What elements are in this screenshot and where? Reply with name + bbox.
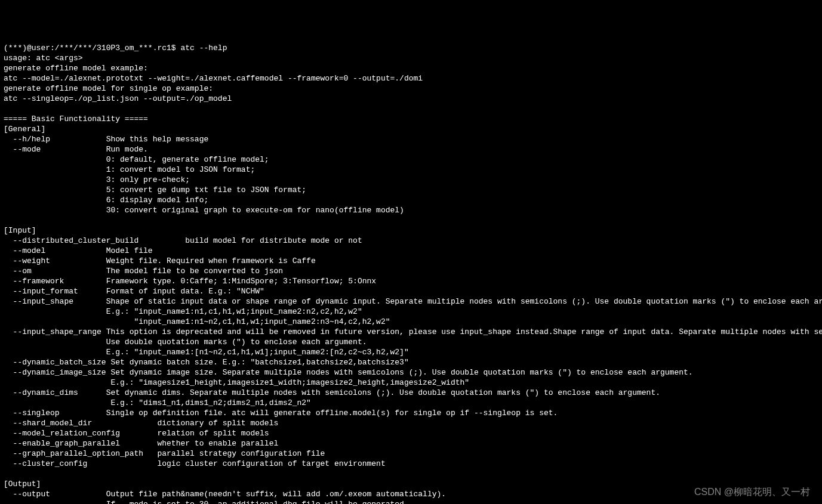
option-line: --distributed_cluster_build build model … xyxy=(4,236,362,245)
option-detail: "input_name1:n1~n2,c1,h1,w1;input_name2:… xyxy=(4,317,390,326)
option-detail: 6: display model info; xyxy=(4,196,208,205)
desc-line: generate offline model example: xyxy=(4,64,148,73)
option-line: --mode Run mode. xyxy=(4,145,148,154)
option-line: --output Output file path&name(needn't s… xyxy=(4,490,446,499)
option-detail: Use double quotation marks (") to enclos… xyxy=(4,338,367,347)
usage-line: usage: atc <args> xyxy=(4,54,83,63)
option-detail: If --mode is set to 30, an additional db… xyxy=(4,500,409,504)
terminal-output[interactable]: (***)@user:/***/***/310P3_om_***.rc1$ at… xyxy=(4,43,818,504)
example-line: atc --singleop=./op_list.json --output=.… xyxy=(4,94,232,103)
option-line: --graph_parallel_option_path parallel st… xyxy=(4,449,325,458)
option-line: --om The model file to be converted to j… xyxy=(4,267,283,276)
group-header: [General] xyxy=(4,125,45,134)
option-line: --model_relation_config relation of spli… xyxy=(4,429,269,438)
option-line: --model Model file xyxy=(4,246,153,255)
option-detail: E.g.: "input_name1:n1,c1,h1,w1;input_nam… xyxy=(4,307,362,316)
option-detail: 1: convert model to JSON format; xyxy=(4,165,255,174)
option-line: --input_shape Shape of static input data… xyxy=(4,297,822,306)
option-line: --input_shape_range This option is depre… xyxy=(4,327,822,336)
option-line: --cluster_config logic cluster configura… xyxy=(4,459,386,468)
prompt-line: (***)@user:/***/***/310P3_om_***.rc1$ at… xyxy=(4,44,227,52)
option-line: --framework Framework type. 0:Caffe; 1:M… xyxy=(4,277,376,286)
group-header: [Input] xyxy=(4,226,36,235)
option-detail: 30: convert original graph to execute-om… xyxy=(4,206,404,215)
option-detail: 5: convert ge dump txt file to JSON form… xyxy=(4,185,306,194)
desc-line: generate offline model for single op exa… xyxy=(4,84,213,93)
option-detail: 0: default, generate offline model; xyxy=(4,155,269,164)
option-detail: E.g.: "dims1_n1,dims1_n2;dims2_n1,dims2_… xyxy=(4,398,311,407)
option-line: --singleop Single op definition file. at… xyxy=(4,409,558,418)
option-line: --h/help Show this help message xyxy=(4,135,208,144)
section-header: ===== Basic Functionality ===== xyxy=(4,115,148,123)
option-detail: E.g.: "imagesize1_height,imagesize1_widt… xyxy=(4,378,469,387)
option-line: --dynamic_batch_size Set dynamic batch s… xyxy=(4,358,409,367)
option-line: --input_format Format of input data. E.g… xyxy=(4,287,264,296)
option-detail: 3: only pre-check; xyxy=(4,175,190,184)
option-line: --weight Weight file. Required when fram… xyxy=(4,256,316,265)
option-line: --dynamic_image_size Set dynamic image s… xyxy=(4,368,693,377)
option-line: --dynamic_dims Set dynamic dims. Separat… xyxy=(4,388,660,397)
watermark: CSDN @柳暗花明、又一村 xyxy=(694,487,810,497)
option-detail: E.g.: "input_name1:[n1~n2,c1,h1,w1];inpu… xyxy=(4,348,409,357)
option-line: --shard_model_dir dictionary of split mo… xyxy=(4,419,278,428)
group-header: [Output] xyxy=(4,480,41,488)
option-line: --enable_graph_parallel whether to enabl… xyxy=(4,439,278,448)
example-line: atc --model=./alexnet.prototxt --weight=… xyxy=(4,74,423,83)
